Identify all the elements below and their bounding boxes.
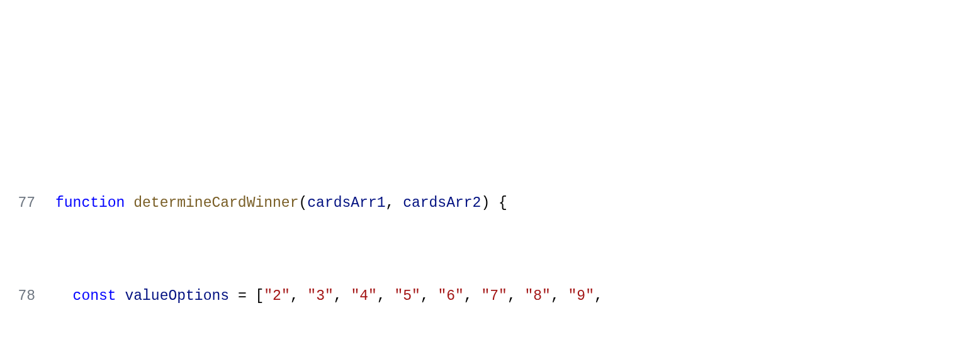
paren-open: ( [298, 195, 307, 211]
line-number: 78 [0, 281, 35, 312]
variable: valueOptions [125, 288, 229, 304]
equals: = [229, 288, 255, 304]
string: "2" [264, 288, 290, 304]
string: "6" [437, 288, 463, 304]
param: cardsArr1 [307, 195, 385, 211]
comma: , [551, 288, 568, 304]
comma: , [386, 195, 403, 211]
code-line-77[interactable]: function determineCardWinner(cardsArr1, … [55, 188, 980, 219]
string: "9" [568, 288, 594, 304]
comma: , [420, 288, 438, 304]
comma: , [507, 288, 525, 304]
comma: , [290, 288, 308, 304]
brace-open: { [490, 195, 507, 211]
code-line-78[interactable]: const valueOptions = ["2", "3", "4", "5"… [55, 281, 980, 312]
string: "4" [351, 288, 376, 304]
string: "5" [394, 288, 420, 304]
keyword-const: const [73, 288, 116, 304]
bracket-open: [ [256, 288, 264, 304]
function-name: determineCardWinner [133, 195, 298, 211]
comma: , [334, 288, 351, 304]
comma: , [464, 288, 482, 304]
gutter: 77 78 79 80 81 82 83 84 85 86 87 [0, 126, 50, 347]
string: "8" [525, 288, 551, 304]
param: cardsArr2 [403, 195, 481, 211]
comma: , [594, 288, 612, 304]
code-editor[interactable]: 77 78 79 80 81 82 83 84 85 86 87 functio… [0, 126, 980, 347]
paren-close: ) [481, 195, 490, 211]
code-area[interactable]: function determineCardWinner(cardsArr1, … [50, 126, 980, 347]
comma: , [377, 288, 395, 304]
keyword-function: function [55, 195, 125, 211]
string: "3" [307, 288, 333, 304]
string: "7" [481, 288, 507, 304]
line-number: 77 [0, 188, 35, 219]
